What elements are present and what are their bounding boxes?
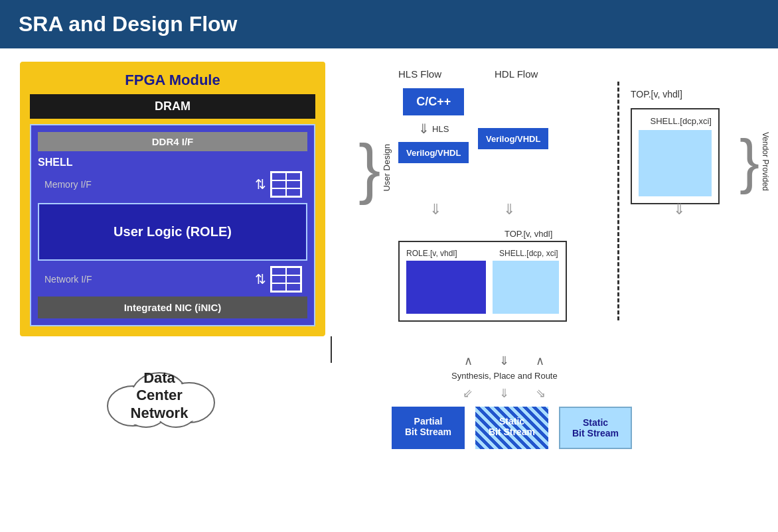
bit-stream-boxes: Partial Bit Stream Static Bit Stream Sta… [392,407,632,449]
partial-bit-stream-box: Partial Bit Stream [392,407,465,449]
synthesis-area: ∧ ⇓ ∧ Synthesis, Place and Route ⇙ ⇓ ⇘ [451,354,558,401]
dashed-divider [617,82,619,320]
role-v-vhdl-label: ROLE.[v, vhdl] [406,249,457,258]
hls-down-arrow: ⇓ [418,121,429,137]
arrow-down-2: ⇓ [503,201,515,218]
top-v-vhdl-label1: TOP.[v, vhdl] [631,89,682,100]
top-v-vhdl-label2: TOP.[v, vhdl] [505,229,552,239]
updown-arrow-memory: ⇅ [255,176,266,192]
fpga-inner: DDR4 I/F SHELL Memory I/F ⇅ User Logic [30,124,315,326]
fpga-panel: FPGA Module DRAM DDR4 I/F SHELL Memory I… [20,62,345,514]
cpp-box: C/C++ [403,88,464,115]
shell-label: SHELL [38,157,307,168]
fpga-module: FPGA Module DRAM DDR4 I/F SHELL Memory I… [20,62,325,336]
arrow-down-3: ⇓ [673,201,685,218]
shell-dcp-xci-label: SHELL.[dcp,xci] [651,116,712,126]
combined-design-box: ROLE.[v, vhdl] SHELL.[dcp, xci] [398,241,567,322]
hls-flow-label: HLS Flow [398,68,441,80]
cloud-shape: Data CenterNetwork [93,363,226,429]
table-icon-memory [270,171,302,198]
role-block [406,261,486,314]
fpga-title: FPGA Module [30,72,315,89]
synth-arrow2: ⇓ [499,354,509,368]
synth-down-arrow3: ⇘ [536,386,546,401]
memory-if-row: Memory I/F ⇅ [38,171,307,198]
synthesis-label: Synthesis, Place and Route [451,371,558,381]
verilog-vhdl-box1: Verilog/VHDL [398,142,469,163]
ddr4-bar: DDR4 I/F [38,132,307,151]
nic-to-cloud-line [331,336,332,363]
synth-arrow1: ∧ [464,354,473,368]
hls-label: HLS [432,124,449,134]
updown-arrow-network: ⇅ [255,271,266,287]
vendor-provided-label: Vendor Provided [761,132,770,191]
shell-block-top [639,130,712,196]
header-title: SRA and Design Flow [19,12,238,36]
synth-arrow3: ∧ [536,354,544,368]
user-logic-box: User Logic (ROLE) [38,203,307,261]
synth-down-arrow1: ⇙ [463,386,473,401]
static-bit-stream-box-1: Static Bit Stream [475,407,548,449]
svg-point-9 [157,399,194,426]
table-icon-network [270,266,302,293]
arrow-down-1: ⇓ [429,201,441,218]
user-design-brace: } [358,135,380,201]
design-flow-panel: HLS Flow HDL Flow } User Design C/C++ ⇓ … [358,62,770,514]
synth-down-arrow2: ⇓ [499,386,509,401]
hdl-flow-label: HDL Flow [495,68,538,80]
cloud-container: Data CenterNetwork [93,363,239,429]
dram-bar: DRAM [30,94,315,119]
header: SRA and Design Flow [0,0,778,48]
network-if-label: Network I/F [38,274,92,285]
network-if-row: Network I/F ⇅ [38,266,307,293]
verilog-vhdl-box2: Verilog/VHDL [478,128,548,149]
nic-bar: Integrated NIC (iNIC) [38,297,307,318]
vendor-brace: } [739,131,759,191]
shell-block-bottom [493,261,559,314]
user-design-label: User Design [382,144,392,192]
static-bit-stream-box-2: Static Bit Stream [559,407,632,449]
shell-dcp-xci-label2: SHELL.[dcp, xci] [499,249,558,258]
memory-if-label: Memory I/F [38,179,92,190]
